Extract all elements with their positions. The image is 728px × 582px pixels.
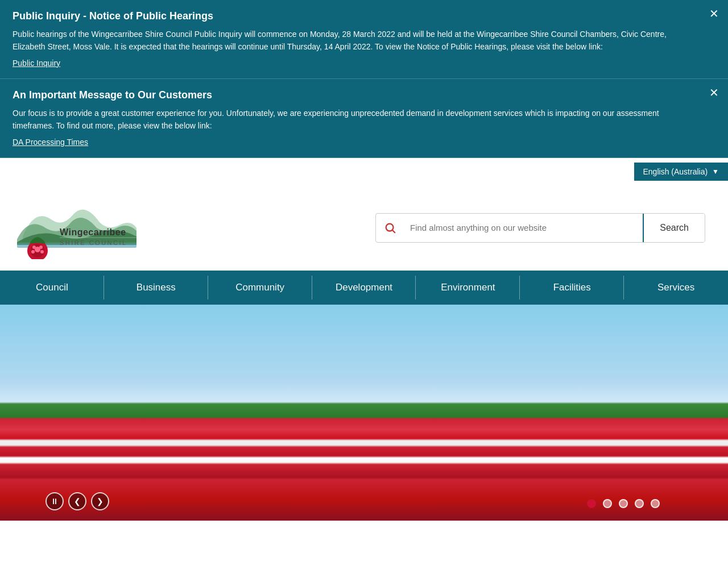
logo-area: Wingecarribee SHIRE COUNCIL — [17, 197, 142, 259]
search-bar: Search — [375, 213, 705, 243]
alert-inquiry-link[interactable]: Public Inquiry — [13, 59, 60, 68]
svg-text:Wingecarribee: Wingecarribee — [60, 227, 126, 237]
alert-message-body: Our focus is to provide a great customer… — [13, 107, 700, 132]
slide-dots — [587, 499, 660, 508]
hero-slideshow: ⏸ ❮ ❯ — [0, 305, 728, 521]
search-button[interactable]: Search — [644, 214, 705, 242]
slide-dot-3[interactable] — [619, 499, 628, 508]
search-input[interactable] — [404, 214, 643, 242]
alert-inquiry-title: Public Inquiry - Notice of Public Hearin… — [13, 10, 700, 22]
slideshow-next-button[interactable]: ❯ — [91, 492, 109, 510]
language-label: English (Australia) — [643, 167, 708, 176]
site-header: Wingecarribee SHIRE COUNCIL Search — [0, 185, 728, 271]
search-icon — [384, 222, 396, 234]
svg-point-8 — [40, 250, 44, 253]
alert-inquiry-banner: ✕ Public Inquiry - Notice of Public Hear… — [0, 0, 728, 79]
svg-point-5 — [32, 246, 36, 249]
search-icon-wrap — [376, 222, 404, 234]
language-selector-button[interactable]: English (Australia) ▼ — [634, 163, 729, 181]
alert-message-banner: ✕ An Important Message to Our Customers … — [0, 79, 728, 158]
site-logo[interactable]: Wingecarribee SHIRE COUNCIL — [17, 197, 142, 259]
nav-item-community[interactable]: Community — [208, 271, 312, 305]
nav-item-facilities[interactable]: Facilities — [520, 271, 624, 305]
nav-item-development[interactable]: Development — [312, 271, 416, 305]
svg-point-6 — [39, 246, 43, 249]
alert-message-title: An Important Message to Our Customers — [13, 89, 700, 101]
slide-dot-1[interactable] — [587, 499, 596, 508]
slide-dot-4[interactable] — [635, 499, 644, 508]
chevron-down-icon: ▼ — [712, 168, 719, 176]
close-alert-inquiry-button[interactable]: ✕ — [709, 8, 719, 19]
alert-message-link[interactable]: DA Processing Times — [13, 138, 88, 147]
hero-background — [0, 305, 728, 521]
nav-item-business[interactable]: Business — [104, 271, 208, 305]
main-nav: Council Business Community Development E… — [0, 271, 728, 305]
slideshow-prev-button[interactable]: ❮ — [68, 492, 86, 510]
slide-dot-5[interactable] — [651, 499, 660, 508]
nav-item-environment[interactable]: Environment — [416, 271, 520, 305]
nav-item-council[interactable]: Council — [0, 271, 104, 305]
slideshow-pause-button[interactable]: ⏸ — [46, 492, 64, 510]
svg-text:SHIRE COUNCIL: SHIRE COUNCIL — [60, 239, 127, 246]
slide-controls: ⏸ ❮ ❯ — [46, 492, 109, 510]
alert-inquiry-body: Public hearings of the Wingecarribee Shi… — [13, 28, 700, 53]
slide-dot-2[interactable] — [603, 499, 612, 508]
svg-point-7 — [31, 250, 35, 253]
nav-item-services[interactable]: Services — [624, 271, 728, 305]
close-alert-message-button[interactable]: ✕ — [709, 87, 719, 98]
language-bar: English (Australia) ▼ — [0, 158, 728, 185]
svg-line-13 — [392, 230, 395, 232]
